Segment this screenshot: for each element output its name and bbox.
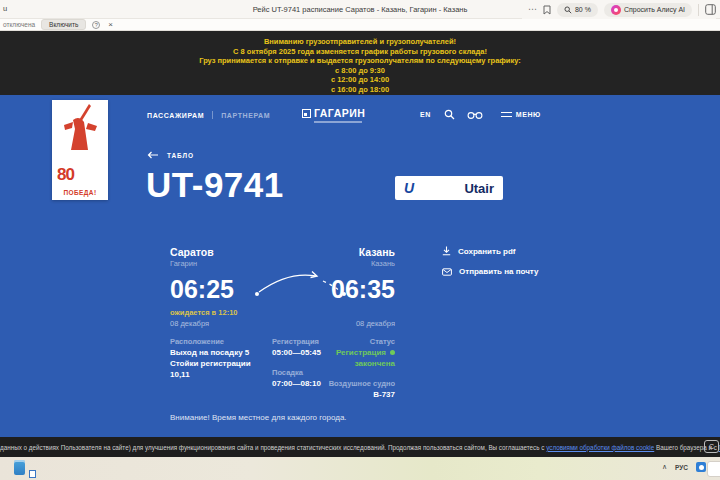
- departure-time: 06:25: [170, 276, 238, 303]
- cargo-notice-banner: Вниманию грузоотправителей и грузополуча…: [0, 31, 720, 95]
- airline-u-glyph: U: [404, 180, 414, 196]
- sidebar-panel-icon[interactable]: [705, 4, 716, 15]
- hamburger-icon: [501, 112, 512, 117]
- magnifier-icon: [564, 6, 572, 14]
- location-label: Расположение: [170, 336, 251, 347]
- banner-line: Вниманию грузоотправителей и грузополуча…: [0, 37, 720, 47]
- zoom-level: 80 %: [575, 6, 591, 13]
- departure-date: 08 декабря: [170, 318, 238, 329]
- arrival-date: 08 декабря: [331, 318, 395, 329]
- airline-name: Utair: [464, 181, 494, 196]
- status-dot-icon: [390, 350, 395, 355]
- arrival-city: Казань: [331, 246, 395, 259]
- browser-tab-bar: u Рейс UT-9741 расписание Саратов - Каза…: [0, 0, 720, 19]
- victory-80-logo: 80 ПОБЕДА!: [52, 100, 108, 200]
- gagarin-logo-subline: [314, 121, 362, 123]
- motherland-statue-icon: [59, 103, 101, 157]
- arrival-airport: Казань: [331, 259, 395, 269]
- header-nav: ПАССАЖИРАМ ПАРТНЕРАМ: [147, 111, 270, 119]
- cookie-accept-button[interactable]: С: [704, 440, 719, 453]
- location-line: 10,11: [170, 369, 251, 380]
- cookie-text: данных о действиях Пользователя на сайте…: [0, 444, 720, 451]
- gagarin-logo-text: ГАГАРИН: [314, 107, 365, 119]
- back-arrow-icon: [147, 151, 159, 159]
- nav-separator: [212, 111, 213, 119]
- flight-number-title: UT-9741: [146, 165, 284, 205]
- header-tools: EN МЕНЮ: [420, 109, 541, 120]
- close-icon[interactable]: ×: [108, 20, 113, 29]
- gagarin-logo-icon: [302, 109, 311, 118]
- bookmark-icon[interactable]: [543, 5, 551, 15]
- back-to-board-link[interactable]: ТАБЛО: [147, 151, 194, 159]
- browser-controls: ⋯ 80 % Спросить Алису AI: [522, 0, 716, 19]
- screen: u Рейс UT-9741 расписание Саратов - Каза…: [0, 0, 720, 480]
- cookie-terms-link[interactable]: условиями обработки файлов cookie: [546, 444, 654, 451]
- times-block: Регистрация 05:00—05:45 Посадка 07:00—08…: [272, 336, 321, 389]
- help-icon[interactable]: ?: [92, 21, 100, 29]
- victory-number: 80: [57, 165, 74, 185]
- send-email-button[interactable]: Отправить на почту: [442, 267, 538, 276]
- nav-partners[interactable]: ПАРТНЕРАМ: [221, 112, 270, 119]
- location-line: Стойки регистрации: [170, 358, 251, 369]
- menu-button[interactable]: МЕНЮ: [501, 111, 541, 118]
- search-icon[interactable]: [444, 109, 455, 120]
- alice-icon: [611, 5, 621, 15]
- status-block: Статус Регистрация закончена Воздушное с…: [329, 336, 395, 400]
- download-icon: [442, 246, 451, 256]
- arrival-block: Казань Казань 06:35 08 декабря: [331, 246, 395, 329]
- tray-widget-partial[interactable]: [707, 461, 720, 477]
- accessibility-glasses-icon[interactable]: [467, 110, 483, 120]
- boarding-label: Посадка: [272, 367, 321, 378]
- departure-block: Саратов Гагарин 06:25 ожидается в 12:10 …: [170, 246, 238, 329]
- nav-passengers[interactable]: ПАССАЖИРАМ: [147, 112, 204, 119]
- cookie-consent-bar: данных о действиях Пользователя на сайте…: [0, 437, 720, 457]
- departure-city: Саратов: [170, 246, 238, 259]
- arrival-time: 06:35: [331, 276, 395, 303]
- divider: [698, 4, 699, 16]
- location-block: Расположение Выход на посадку 5 Стойки р…: [170, 336, 251, 380]
- expected-time: ожидается в 12:10: [170, 307, 238, 318]
- banner-line: с 16:00 до 18:00: [0, 85, 720, 95]
- browser-notification-bar: отключена Включить ? ×: [0, 19, 720, 31]
- local-time-note: Внимание! Время местное для каждого горо…: [170, 413, 347, 422]
- zoom-level-pill[interactable]: 80 %: [557, 3, 598, 17]
- banner-line: С 8 октября 2025 года изменяется график …: [0, 47, 720, 57]
- checkin-value: 05:00—05:45: [272, 347, 321, 358]
- system-tray: ∧ РУС: [662, 462, 706, 472]
- flight-page: 80 ПОБЕДА! ПАССАЖИРАМ ПАРТНЕРАМ ГАГАРИН …: [0, 95, 720, 437]
- back-label: ТАБЛО: [167, 152, 194, 159]
- enable-button[interactable]: Включить: [41, 19, 86, 30]
- save-pdf-button[interactable]: Сохранить pdf: [442, 246, 538, 256]
- desktop-shortcut-icon[interactable]: [14, 460, 25, 475]
- victory-word: ПОБЕДА!: [52, 189, 108, 196]
- checkin-label: Регистрация: [272, 336, 321, 347]
- lang-switch[interactable]: EN: [420, 111, 431, 118]
- tray-expand-icon[interactable]: ∧: [662, 463, 667, 471]
- tray-app-icon[interactable]: [696, 462, 706, 472]
- more-icon[interactable]: ⋯: [528, 5, 537, 14]
- status-label: Статус: [329, 336, 395, 347]
- airline-logo: U Utair: [395, 176, 503, 200]
- banner-line: Груз принимается к отправке и выдается г…: [0, 56, 720, 66]
- alice-label: Спросить Алису AI: [624, 6, 685, 13]
- send-email-label: Отправить на почту: [459, 267, 538, 276]
- notification-text: отключена: [3, 21, 35, 28]
- keyboard-layout[interactable]: РУС: [675, 464, 688, 471]
- alice-button[interactable]: Спросить Алису AI: [604, 3, 692, 17]
- aircraft-label: Воздушное судно: [329, 378, 395, 389]
- gagarin-logo[interactable]: ГАГАРИН: [302, 107, 365, 123]
- boarding-value: 07:00—08:10: [272, 378, 321, 389]
- banner-line: с 12:00 до 14:00: [0, 75, 720, 85]
- banner-line: с 8:00 до 9:30: [0, 66, 720, 76]
- aircraft-value: В-737: [329, 389, 395, 400]
- flight-actions: Сохранить pdf Отправить на почту: [442, 246, 538, 287]
- menu-label: МЕНЮ: [516, 111, 541, 118]
- location-line: Выход на посадку 5: [170, 347, 251, 358]
- save-pdf-label: Сохранить pdf: [458, 247, 516, 256]
- mail-icon: [442, 268, 452, 276]
- departure-airport: Гагарин: [170, 259, 238, 269]
- desktop-strip: ∧ РУС: [0, 457, 720, 480]
- status-value-line1: Регистрация: [329, 347, 395, 358]
- desktop-file-icon[interactable]: [29, 470, 36, 478]
- status-value-line2: закончена: [329, 358, 395, 369]
